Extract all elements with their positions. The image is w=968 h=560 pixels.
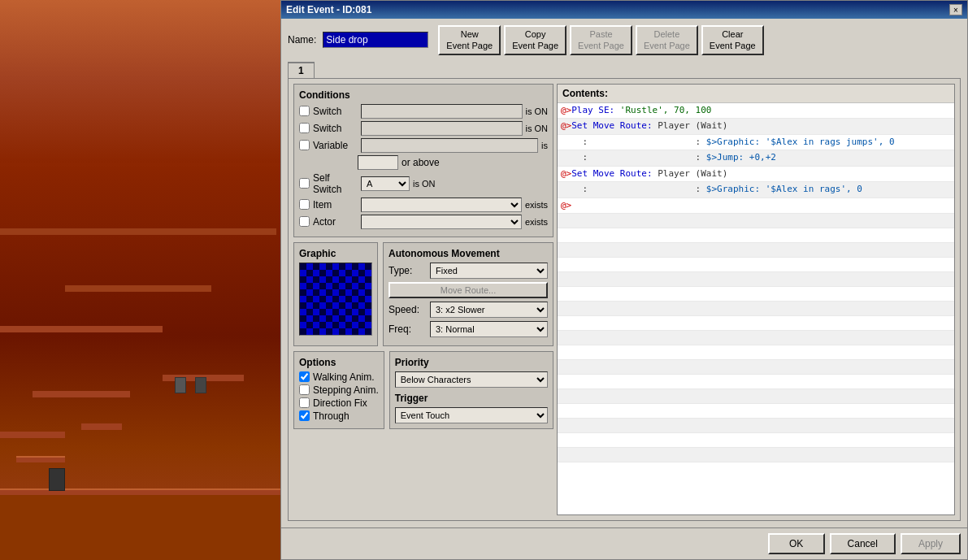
self-switch-suffix: is ON [413,179,436,189]
delete-event-page-button[interactable]: DeleteEvent Page [636,25,698,55]
switch1-suffix: is ON [526,106,549,116]
left-panel: Conditions Switch is ON Switch is ON [293,84,553,515]
move-route-button[interactable]: Move Route... [389,282,548,298]
item-select[interactable] [361,198,522,212]
content-line [558,404,954,419]
graphic-checkerboard [300,263,371,335]
content-line [558,258,954,272]
self-switch-select[interactable]: ABCD [361,176,410,191]
copy-event-page-button[interactable]: CopyEvent Page [504,25,566,55]
content-line [558,448,954,462]
walking-anim-row: Walking Anim. [299,371,379,383]
options-priority-row: Options Walking Anim. Stepping Anim. Dir… [293,351,553,429]
variable-value-input[interactable] [358,155,398,170]
freq-row: Freq: 1: Lowest 2: Lower 3: Normal 4: Hi… [389,321,548,337]
content-line [558,389,954,404]
cancel-button[interactable]: Cancel [830,533,896,554]
switch1-input[interactable] [361,104,523,119]
tab-row: 1 [288,62,961,78]
content-line: : : $>Graphic: '$Alex in rags jumps', 0 [558,135,954,151]
tab-1[interactable]: 1 [288,62,315,78]
through-label: Through [313,410,349,422]
item-label: Item [313,199,358,211]
switch2-checkbox[interactable] [299,123,310,133]
variable-input[interactable] [361,138,538,153]
close-button[interactable]: × [949,4,962,15]
paste-event-page-button[interactable]: PasteEvent Page [570,25,632,55]
options-section: Options Walking Anim. Stepping Anim. Dir… [293,351,384,429]
content-line: @>Set Move Route: Player (Wait) [558,167,954,183]
switch1-checkbox[interactable] [299,106,310,116]
walking-anim-label: Walking Anim. [313,371,375,383]
content-line: @> [558,198,954,215]
priority-trigger-section: Priority Below Characters Same as Charac… [389,351,553,429]
graphic-autonomous-row: Graphic Autonomous Movement Type: Fixed [293,242,553,346]
apply-button[interactable]: Apply [901,533,961,554]
actor-checkbox[interactable] [299,216,310,227]
direction-fix-row: Direction Fix [299,397,379,409]
ok-button[interactable]: OK [768,533,825,554]
content-line [558,228,954,243]
variable-checkbox[interactable] [299,140,310,150]
trigger-select[interactable]: Action Button Player Touch Event Touch A… [395,407,548,423]
walking-anim-checkbox[interactable] [299,371,310,382]
content-line [558,331,954,345]
type-row: Type: Fixed Random Approach Custom [389,263,548,279]
self-switch-label: Self Switch [313,172,358,195]
trigger-title: Trigger [395,393,548,404]
actor-label: Actor [313,216,358,228]
speed-row: Speed: 1: x8 Slower 2: x4 Slower 3: x2 S… [389,302,548,318]
switch2-label: Switch [313,123,358,134]
content-line: @>Set Move Route: Player (Wait) [558,119,954,135]
name-input[interactable] [323,32,428,48]
graphic-section: Graphic [293,242,378,346]
freq-label: Freq: [389,323,425,335]
priority-select[interactable]: Below Characters Same as Characters Abov… [395,371,548,388]
item-row: Item exists [299,198,548,212]
content-line [558,214,954,228]
conditions-title: Conditions [299,89,548,101]
through-checkbox[interactable] [299,410,310,421]
autonomous-title: Autonomous Movement [389,248,548,259]
type-label: Type: [389,265,425,276]
content-line [558,345,954,360]
content-line [558,302,954,316]
item-checkbox[interactable] [299,199,310,210]
direction-fix-label: Direction Fix [313,397,367,409]
graphic-canvas[interactable] [299,263,372,336]
self-switch-row: Self Switch ABCD is ON [299,172,548,195]
contents-title: Contents: [558,85,954,103]
contents-panel: Contents: @>Play SE: 'Rustle', 70, 100@>… [557,84,955,515]
variable-row: Variable is [299,138,548,153]
type-select[interactable]: Fixed Random Approach Custom [430,263,548,279]
item-suffix: exists [525,200,548,210]
conditions-section: Conditions Switch is ON Switch is ON [293,84,553,237]
toolbar: NewEvent Page CopyEvent Page PasteEvent … [438,25,763,55]
direction-fix-checkbox[interactable] [299,397,310,408]
titlebar: Edit Event - ID:081 × [281,1,967,19]
actor-select[interactable] [361,215,522,229]
speed-select[interactable]: 1: x8 Slower 2: x4 Slower 3: x2 Slower 4… [430,302,548,318]
or-above-label: or above [402,157,440,168]
content-line [558,433,954,448]
content-line [558,243,954,258]
content-line [558,316,954,331]
contents-body: @>Play SE: 'Rustle', 70, 100@>Set Move R… [558,103,954,514]
self-switch-checkbox[interactable] [299,178,310,189]
switch2-suffix: is ON [526,124,549,133]
stepping-anim-checkbox[interactable] [299,384,310,395]
main-content: Conditions Switch is ON Switch is ON [288,78,961,521]
new-event-page-button[interactable]: NewEvent Page [438,25,501,55]
content-line [558,360,954,375]
freq-select[interactable]: 1: Lowest 2: Lower 3: Normal 4: Higher 5… [430,321,548,337]
switch2-input[interactable] [361,121,523,136]
dialog-title: Edit Event - ID:081 [286,4,371,15]
content-line [558,272,954,287]
variable-suffix: is [541,141,548,150]
content-line: : : $>Jump: +0,+2 [558,150,954,167]
switch1-row: Switch is ON [299,104,548,119]
edit-event-dialog: Edit Event - ID:081 × Name: NewEvent Pag… [280,0,968,560]
clear-event-page-button[interactable]: ClearEvent Page [701,25,764,55]
options-title: Options [299,357,379,368]
stepping-anim-label: Stepping Anim. [313,384,379,396]
